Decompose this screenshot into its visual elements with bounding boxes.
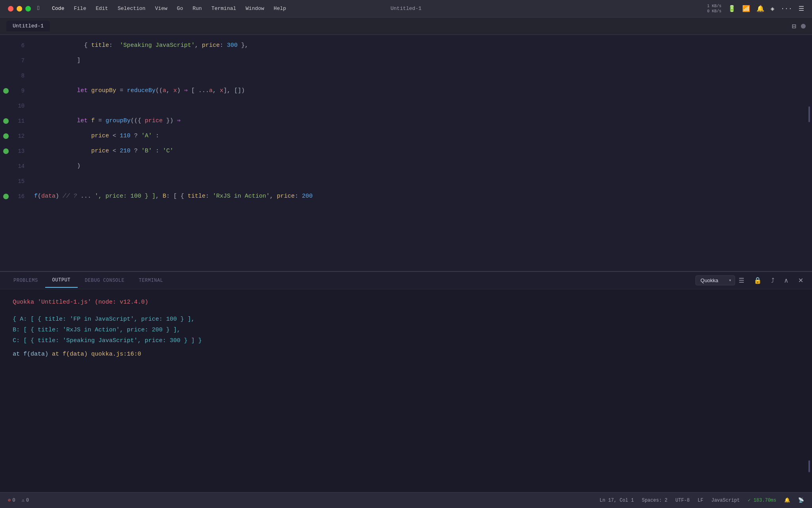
panel-content: Quokka 'Untitled-1.js' (node: v12.4.0) {… [0,289,812,508]
breakpoint-6 [0,43,12,48]
airdrop-icon: ◈ [771,5,775,13]
breakpoint-9[interactable] [0,88,12,94]
line-number: 13 [12,144,31,159]
encoding[interactable]: UTF-8 [676,498,690,503]
line-container: 6 { title: 'Speaking JavaScript', price:… [0,35,812,204]
table-row: 15 [0,174,812,189]
menu-selection[interactable]: Selection [118,6,146,12]
panel-tabs: PROBLEMS OUTPUT DEBUG CONSOLE TERMINAL Q… [0,272,812,289]
errors-indicator[interactable]: ⊘ 0 [8,497,15,503]
breakpoint-11[interactable] [0,118,12,124]
table-row: 7 ] [0,53,812,68]
menu-run[interactable]: Run [193,6,202,12]
breakpoint-10 [0,103,12,109]
line-number: 12 [12,129,31,144]
output-line-2: B: [ { title: 'RxJS in Action', price: 2… [13,325,799,335]
breakpoint-12[interactable] [0,133,12,139]
line-number: 10 [12,98,31,114]
minimize-button[interactable] [17,6,22,12]
warnings-indicator[interactable]: ⚠ 0 [21,497,29,503]
network-status: 1 KB/s 0 KB/s [707,4,722,14]
error-count: 0 [12,498,15,503]
at-text: at f(data) [13,351,52,358]
cursor-position[interactable]: Ln 17, Col 1 [599,498,634,503]
panel-scrollbar-thumb [808,460,810,472]
quokka-link[interactable]: at f(data) quokka.js:16:0 [52,351,141,358]
panel-controls: Quokka ▾ ☰ 🔒 ⤴ ∧ ✕ [695,275,806,286]
status-bar: ⊘ 0 ⚠ 0 Ln 17, Col 1 Spaces: 2 UTF-8 LF … [0,492,812,508]
warning-icon: ⚠ [21,497,24,503]
menu-edit[interactable]: Edit [96,6,108,12]
split-editor-icon[interactable]: ⊟ [792,22,796,31]
indentation[interactable]: Spaces: 2 [642,498,668,503]
timing-text: ✓ 183.70ms [748,497,776,503]
panel-scrollbar[interactable] [806,373,812,492]
line-number: 15 [12,174,31,189]
line-ending[interactable]: LF [698,498,703,503]
output-panel: PROBLEMS OUTPUT DEBUG CONSOLE TERMINAL Q… [0,271,812,508]
apple-menu[interactable]:  [37,5,41,12]
lock-button[interactable]: 🔒 [751,275,764,286]
tab-terminal[interactable]: TERMINAL [132,274,170,287]
collapse-button[interactable]: ∧ [781,275,791,286]
output-line-3: C: [ { title: 'Speaking JavaScript', pri… [13,335,799,346]
line-number: 7 [12,53,31,68]
title-bar-right: 1 KB/s 0 KB/s 🔋 📶 🔔 ◈ ··· ☰ [707,4,804,14]
bell-icon: 🔔 [784,497,790,503]
quokka-timing[interactable]: ✓ 183.70ms [748,497,776,503]
tab-problems[interactable]: PROBLEMS [6,274,45,287]
broadcast-icon-wrapper[interactable]: 📡 [798,497,804,503]
output-at-line: at f(data) at f(data) quokka.js:16:0 [13,349,799,360]
editor-scrollbar[interactable] [806,35,812,271]
tab-debug-console[interactable]: DEBUG CONSOLE [78,274,132,287]
tab-label: Untitled-1 [13,23,44,29]
title-bar:  Code File Edit Selection View Go Run T… [0,0,812,17]
menu-terminal[interactable]: Terminal [211,6,236,12]
breakpoint-13[interactable] [0,148,12,154]
wifi-icon: 📶 [742,5,750,13]
breakpoint-15 [0,179,12,184]
menu-code[interactable]: Code [52,6,64,12]
warning-count: 0 [26,498,29,503]
status-right: Ln 17, Col 1 Spaces: 2 UTF-8 LF JavaScri… [599,497,804,503]
title-bar-left:  Code File Edit Selection View Go Run T… [8,5,286,12]
line-number: 16 [12,189,31,204]
breakpoint-7 [0,58,12,64]
tab-output[interactable]: OUTPUT [45,273,78,288]
breakpoint-8 [0,73,12,79]
quokka-header: Quokka 'Untitled-1.js' (node: v12.4.0) [13,297,799,308]
window-title: Untitled-1 [391,6,421,12]
breakpoint-16[interactable] [0,194,12,199]
close-panel-button[interactable]: ✕ [796,275,806,286]
broadcast-icon: 📡 [798,497,804,503]
line-number: 8 [12,68,31,83]
open-external-button[interactable]: ⤴ [769,275,777,286]
breakpoint-14 [0,164,12,169]
maximize-button[interactable] [25,6,31,12]
line-number: 14 [12,159,31,174]
menu-bar:  Code File Edit Selection View Go Run T… [37,5,286,12]
encoding-text: UTF-8 [676,498,690,503]
language-mode[interactable]: JavaScript [711,498,740,503]
scrollbar-thumb [808,106,810,122]
menu-view[interactable]: View [155,6,167,12]
tab-untitled-1[interactable]: Untitled-1 [6,21,50,31]
circle-button[interactable] [801,24,806,29]
code-content: f(data) // ? ... ', price: 100 } ], B: [… [31,189,812,204]
notification-icon: 🔔 [756,5,764,13]
close-button[interactable] [8,6,13,12]
menu-go[interactable]: Go [177,6,183,12]
notification-bell[interactable]: 🔔 [784,497,790,503]
output-line-1: { A: [ { title: 'FP in JavaScript', pric… [13,314,799,325]
menu-window[interactable]: Window [246,6,264,12]
clear-output-button[interactable]: ☰ [736,275,747,286]
tab-bar: Untitled-1 ⊟ [0,17,812,35]
spaces-text: Spaces: 2 [642,498,668,503]
list-icon: ☰ [799,5,804,13]
error-icon: ⊘ [8,497,11,503]
menu-file[interactable]: File [74,6,86,12]
output-source-select[interactable]: Quokka [695,275,735,285]
traffic-lights [8,6,31,12]
code-editor[interactable]: 6 { title: 'Speaking JavaScript', price:… [0,35,812,271]
menu-help[interactable]: Help [274,6,286,12]
